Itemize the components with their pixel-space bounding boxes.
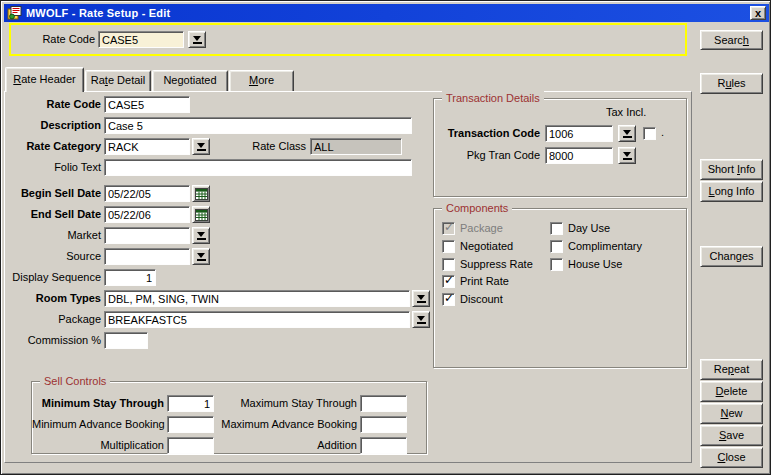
min-advance-booking-input[interactable]	[167, 416, 214, 433]
transaction-code-label: Transaction Code	[434, 125, 540, 142]
checkbox-discount[interactable]: Discount	[442, 292, 503, 306]
tab-negotiated[interactable]: Negotiated	[152, 70, 228, 91]
transaction-code-input[interactable]	[545, 125, 613, 142]
transaction-details-group: Transaction Details Tax Incl. Transactio…	[433, 98, 687, 197]
market-lov-button[interactable]	[192, 227, 210, 244]
tax-incl-period: .	[661, 126, 667, 138]
description-label: Description	[1, 117, 101, 134]
lov-arrow-icon	[623, 152, 631, 157]
checkbox-complimentary[interactable]: Complimentary	[550, 239, 642, 253]
lov-arrow-icon	[193, 36, 201, 41]
checkbox-house-use[interactable]: House Use	[550, 257, 622, 271]
display-sequence-input[interactable]	[104, 269, 156, 286]
rate-code-input[interactable]	[104, 96, 190, 113]
commission-input[interactable]	[104, 332, 148, 349]
transaction-code-lov-button[interactable]	[618, 125, 636, 142]
begin-sell-date-label: Begin Sell Date	[1, 185, 101, 202]
checkbox-package: Package	[442, 221, 503, 235]
display-sequence-label: Display Sequence	[1, 269, 101, 286]
tab-rate-header[interactable]: Rate Header	[5, 67, 84, 92]
app-icon	[7, 6, 22, 20]
rate-code-label: Rate Code	[1, 96, 101, 113]
source-label: Source	[1, 248, 101, 265]
rate-category-label: Rate Category	[1, 138, 101, 155]
max-advance-booking-label: Maximum Advance Booking	[218, 416, 357, 433]
multiplication-input[interactable]	[167, 437, 214, 454]
components-group: Components Package Negotiated Suppress R…	[433, 208, 687, 368]
commission-label: Commission %	[1, 332, 101, 349]
lov-arrow-icon	[197, 143, 205, 148]
room-types-input[interactable]	[104, 290, 410, 307]
window-title: MWOLF - Rate Setup - Edit	[26, 7, 746, 19]
rate-code-search-input[interactable]	[98, 31, 184, 48]
delete-button[interactable]: Delete	[700, 381, 763, 402]
addition-input[interactable]	[360, 437, 407, 454]
lov-arrow-icon	[197, 253, 205, 258]
rate-class-field	[310, 138, 402, 155]
min-stay-label: Minimum Stay Through	[32, 395, 164, 412]
rate-code-lov-button[interactable]	[188, 31, 206, 48]
rate-code-search-label: Rate Code	[11, 31, 95, 48]
close-icon[interactable]: x	[750, 6, 766, 20]
end-sell-date-label: End Sell Date	[1, 206, 101, 223]
checkbox-day-use[interactable]: Day Use	[550, 221, 610, 235]
source-lov-button[interactable]	[192, 248, 210, 265]
lov-arrow-icon	[623, 130, 631, 135]
package-lov-button[interactable]	[412, 311, 430, 328]
transaction-details-title: Transaction Details	[442, 91, 544, 105]
checkbox-suppress-rate[interactable]: Suppress Rate	[442, 257, 533, 271]
search-button[interactable]: Search	[700, 30, 763, 50]
rate-code-search-panel: Rate Code	[9, 23, 687, 56]
pkg-tran-code-label: Pkg Tran Code	[434, 147, 540, 164]
save-button[interactable]: Save	[700, 425, 763, 446]
sell-controls-group: Sell Controls Minimum Stay Through Maxim…	[31, 381, 427, 454]
sell-controls-title: Sell Controls	[40, 374, 110, 388]
repeat-button[interactable]: Repeat	[700, 359, 763, 380]
checkbox-negotiated[interactable]: Negotiated	[442, 239, 513, 253]
end-sell-date-input[interactable]	[104, 206, 190, 223]
tax-incl-checkbox[interactable]	[643, 126, 656, 140]
calendar-icon	[195, 188, 208, 200]
room-types-label: Room Types	[1, 290, 101, 307]
pkg-tran-code-input[interactable]	[545, 147, 613, 164]
source-input[interactable]	[104, 248, 190, 265]
checkbox-print-rate[interactable]: Print Rate	[442, 274, 509, 288]
end-sell-date-calendar-button[interactable]	[192, 206, 210, 223]
folio-text-label: Folio Text	[1, 159, 101, 176]
room-types-lov-button[interactable]	[412, 290, 430, 307]
tab-more[interactable]: More	[229, 70, 294, 91]
market-label: Market	[1, 227, 101, 244]
rules-button[interactable]: Rules	[700, 73, 763, 94]
min-advance-booking-label: Minimum Advance Booking	[32, 416, 164, 433]
short-info-button[interactable]: Short Info	[700, 159, 763, 180]
rate-setup-window: MWOLF - Rate Setup - Edit x Rate Code Ra…	[0, 0, 771, 475]
tab-rate-detail[interactable]: Rate Detail	[85, 70, 151, 91]
calendar-icon	[195, 209, 208, 221]
lov-arrow-icon	[197, 232, 205, 237]
tax-incl-label: Tax Incl.	[606, 104, 656, 121]
long-info-button[interactable]: Long Info	[700, 181, 763, 202]
addition-label: Addition	[218, 437, 357, 454]
pkg-tran-code-lov-button[interactable]	[618, 147, 636, 164]
package-input[interactable]	[104, 311, 410, 328]
title-bar: MWOLF - Rate Setup - Edit x	[4, 4, 769, 22]
close-button[interactable]: Close	[700, 447, 763, 468]
rate-class-label: Rate Class	[206, 138, 306, 155]
begin-sell-date-calendar-button[interactable]	[192, 185, 210, 202]
folio-text-input[interactable]	[104, 159, 412, 176]
changes-button[interactable]: Changes	[700, 246, 763, 267]
multiplication-label: Multiplication	[32, 437, 164, 454]
min-stay-input[interactable]	[167, 395, 214, 412]
max-stay-input[interactable]	[360, 395, 407, 412]
lov-arrow-icon	[417, 316, 425, 321]
max-advance-booking-input[interactable]	[360, 416, 407, 433]
components-title: Components	[442, 201, 512, 215]
max-stay-label: Maximum Stay Through	[218, 395, 357, 412]
lov-arrow-icon	[417, 295, 425, 300]
package-label: Package	[1, 311, 101, 328]
market-input[interactable]	[104, 227, 190, 244]
rate-category-input[interactable]	[104, 138, 190, 155]
new-button[interactable]: New	[700, 403, 763, 424]
description-input[interactable]	[104, 117, 412, 134]
begin-sell-date-input[interactable]	[104, 185, 190, 202]
